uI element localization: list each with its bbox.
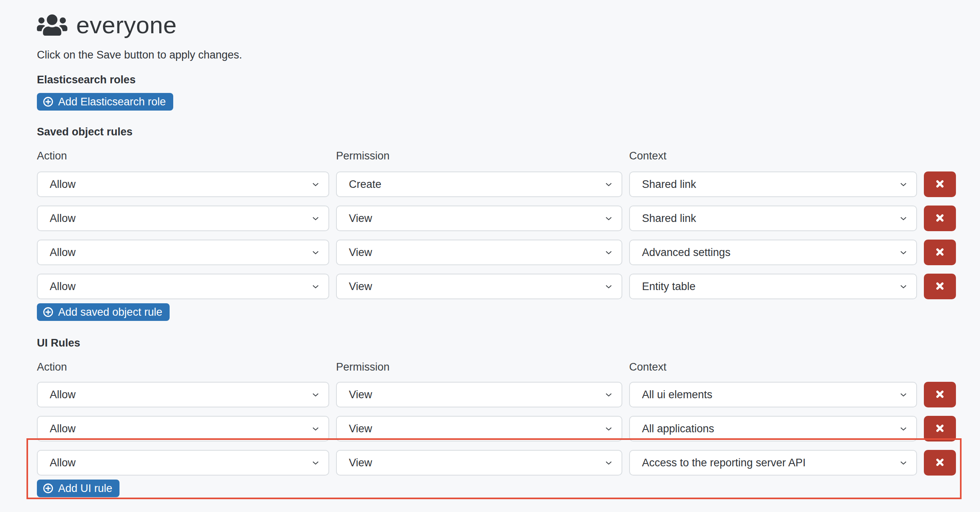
ui-rule-row-highlighted: Allow View Access to the reporting serve…: [37, 450, 980, 476]
chevron-down-icon: [604, 248, 614, 257]
permission-select[interactable]: View: [336, 206, 622, 231]
permission-select[interactable]: View: [336, 450, 622, 476]
chevron-down-icon: [899, 458, 908, 468]
x-icon: [934, 422, 946, 435]
delete-rule-button[interactable]: [924, 274, 956, 299]
permission-select-value: View: [349, 457, 372, 469]
saved-object-rules-list: Allow Create Shared link Allow: [37, 171, 980, 299]
add-elasticsearch-role-button[interactable]: Add Elasticsearch role: [37, 93, 173, 111]
permission-select-value: Create: [349, 178, 381, 191]
add-saved-object-rule-button[interactable]: Add saved object rule: [37, 303, 170, 321]
plus-circle-icon: [43, 306, 54, 318]
page-title: everyone: [76, 11, 177, 39]
ui-rule-row: Allow View All ui elements: [37, 382, 980, 407]
action-select[interactable]: Allow: [37, 274, 329, 299]
permission-column-label: Permission: [336, 360, 622, 374]
ui-rules-list: Allow View All ui elements Allow: [37, 382, 980, 476]
x-icon: [934, 246, 946, 259]
saved-object-rule-row: Allow View Entity table: [37, 274, 980, 299]
action-select-value: Allow: [50, 457, 76, 469]
action-select[interactable]: Allow: [37, 206, 329, 231]
action-select[interactable]: Allow: [37, 240, 329, 265]
context-select[interactable]: All applications: [629, 416, 917, 441]
add-elasticsearch-role-label: Add Elasticsearch role: [58, 96, 166, 108]
chevron-down-icon: [311, 214, 320, 223]
context-select-value: All applications: [642, 423, 714, 435]
delete-rule-button[interactable]: [924, 240, 956, 265]
action-select-value: Allow: [50, 280, 76, 293]
permission-column-label: Permission: [336, 149, 622, 163]
permission-select[interactable]: View: [336, 416, 622, 441]
action-select-value: Allow: [50, 212, 76, 225]
context-select-value: All ui elements: [642, 389, 713, 401]
add-saved-object-rule-label: Add saved object rule: [58, 306, 162, 318]
delete-rule-button[interactable]: [924, 450, 956, 476]
chevron-down-icon: [311, 179, 320, 189]
saved-object-rules-heading: Saved object rules: [37, 125, 980, 139]
action-select-value: Allow: [50, 178, 76, 191]
action-select[interactable]: Allow: [37, 450, 329, 476]
action-select[interactable]: Allow: [37, 171, 329, 197]
saved-object-rule-row: Allow View Advanced settings: [37, 240, 980, 265]
context-select[interactable]: Advanced settings: [629, 240, 917, 265]
context-select-value: Advanced settings: [642, 246, 731, 259]
chevron-down-icon: [311, 458, 320, 468]
permission-select-value: View: [349, 212, 372, 225]
context-column-label: Context: [629, 149, 917, 163]
saved-object-rule-row: Allow View Shared link: [37, 206, 980, 231]
chevron-down-icon: [604, 390, 614, 399]
chevron-down-icon: [604, 424, 614, 433]
action-select[interactable]: Allow: [37, 416, 329, 441]
x-icon: [934, 456, 946, 470]
x-icon: [934, 280, 946, 293]
chevron-down-icon: [311, 424, 320, 433]
chevron-down-icon: [311, 282, 320, 291]
permission-select-value: View: [349, 280, 372, 293]
action-select-value: Allow: [50, 423, 76, 435]
context-select-value: Access to the reporting server API: [642, 457, 806, 469]
ui-rules-heading: UI Rules: [37, 336, 980, 350]
permission-select[interactable]: View: [336, 274, 622, 299]
chevron-down-icon: [311, 248, 320, 257]
context-select[interactable]: Shared link: [629, 206, 917, 231]
add-ui-rule-button[interactable]: Add UI rule: [37, 480, 119, 497]
context-select[interactable]: Entity table: [629, 274, 917, 299]
action-select-value: Allow: [50, 246, 76, 259]
permission-select[interactable]: View: [336, 382, 622, 407]
chevron-down-icon: [604, 214, 614, 223]
action-select[interactable]: Allow: [37, 382, 329, 407]
chevron-down-icon: [604, 179, 614, 189]
context-select-value: Shared link: [642, 178, 696, 191]
saved-object-rule-row: Allow Create Shared link: [37, 171, 980, 197]
permission-select-value: View: [349, 389, 372, 401]
context-column-label: Context: [629, 360, 917, 374]
permission-select[interactable]: Create: [336, 171, 622, 197]
context-select[interactable]: All ui elements: [629, 382, 917, 407]
role-editor-page: everyone Click on the Save button to app…: [0, 0, 980, 512]
action-column-label: Action: [37, 360, 329, 374]
page-header: everyone: [37, 12, 980, 38]
ui-rule-row: Allow View All applications: [37, 416, 980, 441]
delete-rule-button[interactable]: [924, 206, 956, 231]
chevron-down-icon: [899, 282, 908, 291]
x-icon: [934, 178, 946, 191]
chevron-down-icon: [899, 214, 908, 223]
delete-rule-button[interactable]: [924, 382, 956, 407]
context-select[interactable]: Access to the reporting server API: [629, 450, 917, 476]
users-icon: [37, 13, 67, 37]
chevron-down-icon: [899, 424, 908, 433]
chevron-down-icon: [604, 282, 614, 291]
save-hint-text: Click on the Save button to apply change…: [37, 48, 980, 62]
permission-select[interactable]: View: [336, 240, 622, 265]
elasticsearch-roles-heading: Elasticsearch roles: [37, 73, 980, 87]
delete-rule-button[interactable]: [924, 171, 956, 197]
delete-rule-button[interactable]: [924, 416, 956, 441]
context-select[interactable]: Shared link: [629, 171, 917, 197]
chevron-down-icon: [311, 390, 320, 399]
saved-object-rules-column-headers: Action Permission Context: [37, 149, 980, 163]
action-select-value: Allow: [50, 389, 76, 401]
plus-circle-icon: [43, 96, 54, 107]
ui-rules-column-headers: Action Permission Context: [37, 360, 980, 374]
x-icon: [934, 212, 946, 225]
permission-select-value: View: [349, 246, 372, 259]
